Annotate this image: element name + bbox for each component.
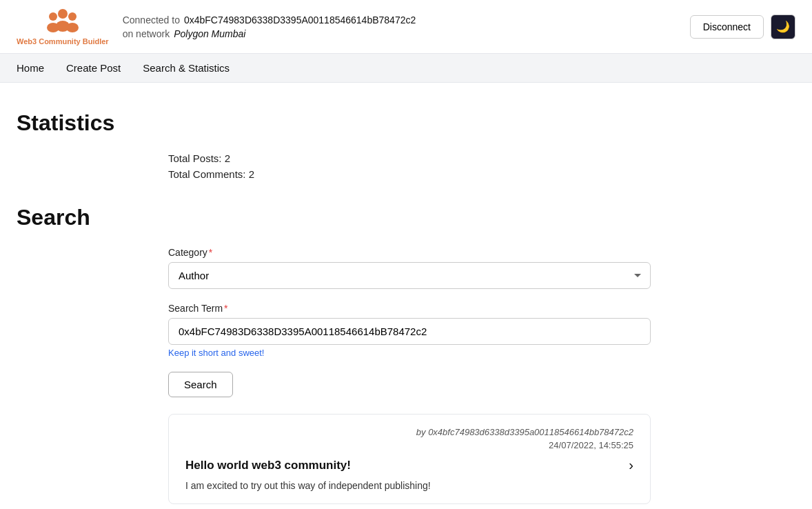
statistics-block: Total Posts: 2 Total Comments: 2	[168, 152, 673, 180]
search-hint: Keep it short and sweet!	[168, 348, 651, 358]
disconnect-button[interactable]: Disconnect	[690, 15, 764, 39]
search-term-input[interactable]	[168, 318, 651, 345]
result-arrow-icon[interactable]: ›	[629, 457, 633, 473]
search-form: Category* Author Title Content Search Te…	[168, 247, 651, 504]
search-term-label: Search Term*	[168, 303, 651, 314]
total-posts: Total Posts: 2	[168, 152, 673, 164]
result-title: Hello world web3 community!	[185, 459, 351, 472]
nav: Home Create Post Search & Statistics	[0, 54, 812, 83]
logo-text: Web3 Community Buidler	[17, 37, 109, 46]
wallet-address: 0x4bFC74983D6338D3395A00118546614bB78472…	[184, 14, 416, 26]
nav-item-create-post[interactable]: Create Post	[66, 62, 121, 74]
search-button[interactable]: Search	[168, 372, 233, 397]
connected-label: Connected to	[123, 14, 180, 26]
theme-toggle-button[interactable]: 🌙	[771, 14, 795, 39]
search-section: Search Category* Author Title Content Se…	[17, 205, 673, 504]
svg-point-0	[49, 12, 57, 21]
category-required: *	[209, 247, 212, 258]
result-date: 24/07/2022, 14:55:25	[185, 440, 633, 450]
result-meta: by 0x4bfc74983d6338d3395a00118546614bb78…	[185, 427, 633, 437]
svg-point-4	[58, 9, 68, 19]
search-title: Search	[17, 205, 673, 230]
connection-info: Connected to 0x4bFC74983D6338D3395A00118…	[123, 14, 416, 39]
moon-icon: 🌙	[776, 20, 790, 33]
wallet-row: Connected to 0x4bFC74983D6338D3395A00118…	[123, 14, 416, 26]
category-select[interactable]: Author Title Content	[168, 262, 651, 289]
statistics-title: Statistics	[17, 110, 673, 136]
result-card: by 0x4bfc74983d6338d3395a00118546614bb78…	[168, 414, 651, 504]
logo-icon	[43, 7, 82, 37]
search-term-required: *	[224, 303, 227, 314]
network-name: Polygon Mumbai	[174, 28, 245, 39]
result-body: I am excited to try out this way of inde…	[185, 480, 633, 491]
by-prefix: by	[416, 427, 426, 437]
logo-area: Web3 Community Buidler	[17, 7, 109, 46]
result-title-row: Hello world web3 community! ›	[185, 457, 633, 473]
svg-point-2	[68, 12, 77, 21]
header-right: Disconnect 🌙	[690, 14, 795, 39]
network-label: on network	[123, 28, 170, 39]
network-row: on network Polygon Mumbai	[123, 28, 416, 39]
header: Web3 Community Buidler Connected to 0x4b…	[0, 0, 812, 54]
result-author: 0x4bfc74983d6338d3395a00118546614bb78472…	[428, 427, 633, 437]
category-label: Category*	[168, 247, 651, 258]
svg-point-5	[56, 21, 70, 32]
header-left: Web3 Community Buidler Connected to 0x4b…	[17, 7, 416, 46]
main-content: Statistics Total Posts: 2 Total Comments…	[0, 83, 689, 509]
search-term-group: Search Term* Keep it short and sweet!	[168, 303, 651, 358]
total-comments: Total Comments: 2	[168, 168, 673, 180]
category-group: Category* Author Title Content	[168, 247, 651, 289]
nav-item-search-statistics[interactable]: Search & Statistics	[143, 62, 230, 74]
nav-item-home[interactable]: Home	[17, 62, 44, 74]
